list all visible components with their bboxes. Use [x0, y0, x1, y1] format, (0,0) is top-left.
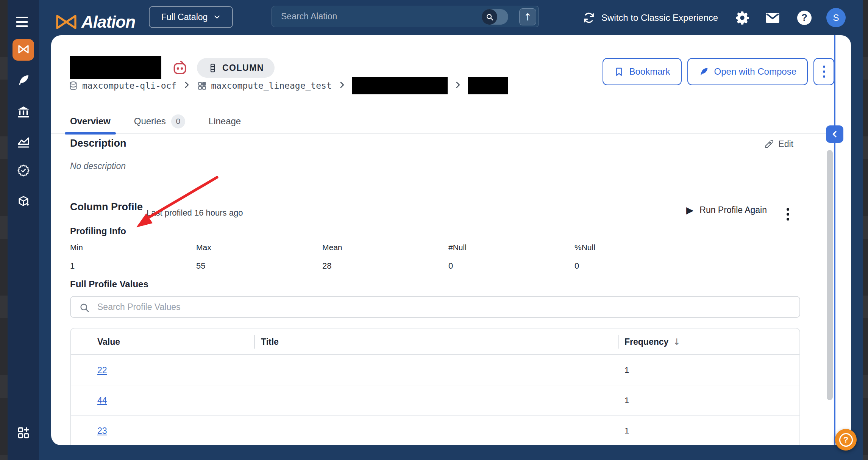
main-content-card: COLUMN maxcompute-qli-ocf maxcompute_lin… [51, 35, 851, 445]
bookmark-icon [614, 67, 624, 77]
queries-count-badge: 0 [171, 114, 185, 128]
sidebar-item-analytics[interactable] [16, 136, 31, 150]
alation-bowtie-icon [17, 43, 30, 56]
search-input[interactable] [281, 6, 486, 27]
breadcrumb-datasource[interactable]: maxcompute-qli-ocf [68, 81, 176, 91]
database-icon [68, 81, 78, 91]
collapse-panel-button[interactable] [826, 125, 843, 143]
chevron-down-icon [214, 14, 220, 20]
stat-value: 0 [575, 261, 701, 271]
frequency-cell: 1 [624, 355, 629, 385]
table-row: 44 1 [71, 385, 799, 416]
stat-mean: Mean 28 [322, 243, 448, 271]
schema-grid-icon [197, 81, 207, 91]
bookmark-label: Bookmark [629, 66, 670, 77]
tab-lineage[interactable]: Lineage [209, 109, 241, 133]
avatar-initial: S [833, 13, 839, 23]
run-profile-again-button[interactable]: ▶ Run Profile Again [686, 205, 767, 216]
right-panel-divider [834, 35, 835, 445]
breadcrumb-schema-label: maxcompute_lineage_test [211, 81, 332, 91]
table-row: 23 1 [71, 416, 799, 445]
arrow-up-icon: ↑ [524, 11, 532, 23]
last-profiled-text: Last profiled 16 hours ago [147, 208, 243, 218]
question-mark-icon: ? [839, 433, 853, 447]
table-header: Value Title Frequency ↓ [71, 329, 799, 355]
profiling-info-heading: Profiling Info [70, 226, 126, 236]
mail-icon[interactable] [764, 0, 781, 35]
switch-to-classic-label: Switch to Classic Experience [601, 13, 718, 23]
global-search: ↑ [272, 6, 539, 27]
switch-to-classic-button[interactable]: Switch to Classic Experience [582, 0, 718, 35]
alation-logo-mark-icon [54, 13, 78, 31]
chevron-left-icon [831, 130, 838, 138]
object-type-label: COLUMN [222, 63, 264, 73]
stat-value: 1 [70, 261, 196, 271]
stat-min: Min 1 [70, 243, 196, 271]
object-type-badge: COLUMN [197, 58, 275, 78]
area-chart-icon [17, 136, 30, 150]
tab-overview[interactable]: Overview [70, 109, 111, 133]
full-catalog-dropdown[interactable]: Full Catalog [149, 6, 233, 28]
chevron-right-icon [454, 81, 462, 90]
header-more-menu[interactable] [813, 58, 834, 85]
stat-value: 0 [448, 261, 575, 271]
stat-label: Min [70, 243, 196, 252]
help-fab-button[interactable]: ? [835, 429, 857, 451]
search-mode-toggle[interactable] [482, 9, 508, 25]
scrollbar-thumb[interactable] [827, 150, 833, 400]
user-avatar[interactable]: S [826, 8, 846, 27]
quill-icon [17, 74, 30, 88]
stat-null-count: #Null 0 [448, 243, 575, 271]
edit-description-button[interactable]: Edit [764, 139, 793, 149]
value-link[interactable]: 22 [97, 355, 107, 385]
chevron-right-icon [183, 81, 190, 90]
help-icon[interactable]: ? [796, 0, 813, 35]
tab-queries[interactable]: Queries 0 [134, 109, 185, 133]
sidebar-item-catalog[interactable] [12, 39, 34, 61]
stat-null-percent: %Null 0 [575, 243, 701, 271]
breadcrumb-schema[interactable]: maxcompute_lineage_test [197, 81, 332, 91]
logo-text: Alation [81, 13, 135, 31]
column-header-title[interactable]: Title [261, 329, 279, 355]
background-window-edge-left [0, 0, 8, 460]
stat-label: #Null [448, 243, 575, 252]
profile-values-search-input[interactable] [97, 297, 779, 317]
profile-more-menu[interactable] [782, 207, 793, 222]
open-with-compose-button[interactable]: Open with Compose [687, 58, 808, 85]
tab-bar: Overview Queries 0 Lineage [51, 109, 835, 134]
bank-icon [17, 105, 30, 120]
column-header-frequency[interactable]: Frequency ↓ [624, 329, 681, 355]
frequency-cell: 1 [624, 385, 629, 416]
empty-description-text: No description [70, 161, 126, 171]
stat-label: Max [196, 243, 322, 252]
open-with-compose-label: Open with Compose [714, 66, 796, 77]
background-window-edge-right [863, 0, 868, 460]
sidebar-item-certification[interactable] [16, 164, 31, 178]
breadcrumb-datasource-label: maxcompute-qli-ocf [82, 81, 176, 91]
search-submit-button[interactable]: ↑ [519, 8, 536, 25]
value-link[interactable]: 23 [97, 416, 107, 445]
column-header-value[interactable]: Value [97, 329, 120, 355]
stat-label: %Null [575, 243, 701, 252]
bookmark-button[interactable]: Bookmark [603, 58, 682, 85]
hamburger-menu-icon[interactable] [16, 17, 28, 27]
sidebar-item-compose[interactable] [16, 74, 31, 88]
robot-bot-icon [172, 59, 188, 76]
search-icon [482, 9, 497, 25]
settings-gear-icon[interactable] [734, 0, 751, 35]
sidebar-item-apps-add[interactable] [16, 426, 31, 440]
redacted-column-title [70, 56, 161, 79]
sidebar-item-governance[interactable] [16, 105, 31, 120]
sort-desc-icon: ↓ [673, 337, 680, 347]
sidebar [8, 0, 39, 460]
alation-logo[interactable]: Alation [54, 13, 135, 31]
sidebar-item-data-products[interactable] [16, 195, 31, 209]
column-icon [208, 63, 218, 73]
play-icon: ▶ [686, 205, 693, 216]
value-link[interactable]: 44 [97, 385, 107, 416]
description-heading: Description [70, 138, 126, 149]
breadcrumb: maxcompute-qli-ocf maxcompute_lineage_te… [68, 76, 508, 95]
full-catalog-label: Full Catalog [161, 12, 208, 22]
cube-sparkle-icon [17, 195, 30, 210]
redacted-breadcrumb-table [352, 77, 448, 94]
